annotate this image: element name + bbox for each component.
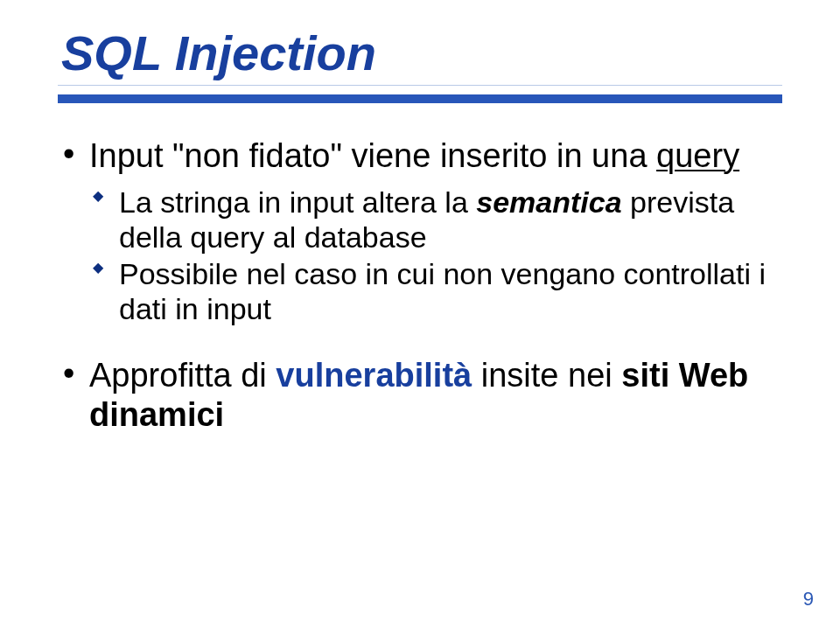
title-divider xyxy=(58,85,782,103)
bullet-1: Input "non fidato" viene inserito in una… xyxy=(63,136,782,176)
divider-thin xyxy=(58,85,782,86)
bullet-1a-pre: La stringa in input altera la xyxy=(119,185,476,219)
bullet-1a: La stringa in input altera la semantica … xyxy=(63,185,782,255)
bullet-1a-semantica: semantica xyxy=(476,185,621,219)
bullet-2-vuln: vulnerabilità xyxy=(276,357,472,394)
bullet-2-pre: Approfitta di xyxy=(89,357,276,394)
bullet-1b: Possibile nel caso in cui non vengano co… xyxy=(63,256,782,326)
bullet-1-text: Input "non fidato" viene inserito in una xyxy=(89,137,656,174)
bullet-1-query: query xyxy=(656,137,739,174)
slide-content: Input "non fidato" viene inserito in una… xyxy=(58,103,782,435)
slide: SQL Injection Input "non fidato" viene i… xyxy=(0,0,840,628)
bullet-2: Approfitta di vulnerabilità insite nei s… xyxy=(63,356,782,435)
divider-thick xyxy=(58,94,782,103)
slide-title: SQL Injection xyxy=(58,24,782,81)
page-number: 9 xyxy=(803,588,814,611)
bullet-2-mid: insite nei xyxy=(472,357,621,394)
